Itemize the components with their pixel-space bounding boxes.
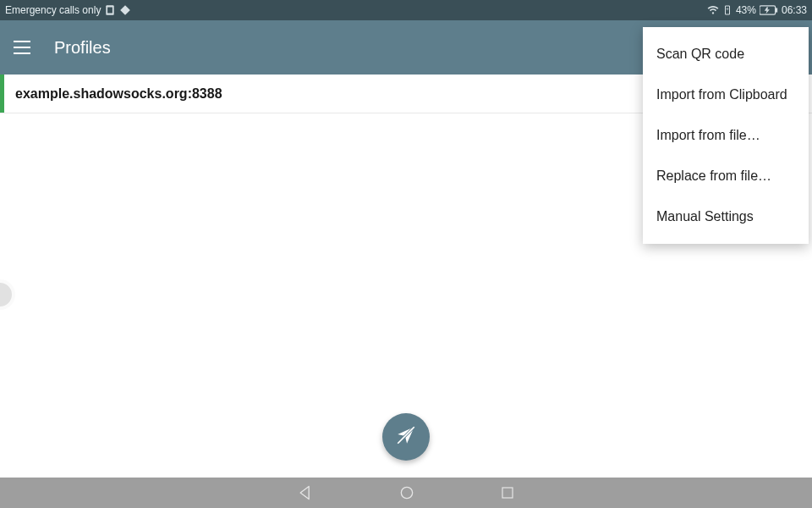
nav-recent-icon[interactable] <box>500 485 515 500</box>
paper-plane-off-icon <box>395 424 417 450</box>
menu-item-label: Scan QR code <box>656 47 744 62</box>
menu-scan-qr[interactable]: Scan QR code <box>643 34 809 75</box>
menu-item-label: Import from Clipboard <box>656 87 787 102</box>
sim-icon <box>104 4 116 16</box>
status-bar: Emergency calls only 43% 06:33 <box>0 0 812 20</box>
clock-text: 06:33 <box>782 4 807 16</box>
battery-saver-icon <box>722 4 732 16</box>
battery-percent-text: 43% <box>736 4 756 16</box>
overflow-menu: Scan QR code Import from Clipboard Impor… <box>643 27 809 244</box>
menu-import-file[interactable]: Import from file… <box>643 115 809 156</box>
menu-item-label: Manual Settings <box>656 209 754 224</box>
status-left: Emergency calls only <box>5 4 131 16</box>
battery-charging-icon <box>760 5 778 15</box>
svg-line-5 <box>398 427 414 444</box>
menu-item-label: Import from file… <box>656 128 760 143</box>
active-indicator <box>0 75 4 113</box>
status-right: 43% 06:33 <box>707 4 807 16</box>
wifi-icon <box>707 4 719 16</box>
page-title: Profiles <box>54 38 111 58</box>
menu-item-label: Replace from file… <box>656 168 771 184</box>
network-status-text: Emergency calls only <box>5 4 101 16</box>
menu-replace-file[interactable]: Replace from file… <box>643 156 809 196</box>
svg-rect-7 <box>502 488 513 498</box>
android-nav-bar <box>0 478 812 508</box>
svg-point-6 <box>401 487 412 498</box>
hamburger-icon[interactable] <box>14 37 34 58</box>
tag-icon <box>119 4 131 16</box>
menu-manual-settings[interactable]: Manual Settings <box>643 196 809 237</box>
svg-rect-3 <box>776 8 778 12</box>
profile-label: example.shadowsocks.org:8388 <box>15 86 222 102</box>
nav-back-icon[interactable] <box>297 484 314 501</box>
menu-import-clipboard[interactable]: Import from Clipboard <box>643 75 809 115</box>
svg-rect-1 <box>107 8 112 14</box>
nav-home-icon[interactable] <box>398 484 415 501</box>
connect-fab[interactable] <box>382 413 430 461</box>
